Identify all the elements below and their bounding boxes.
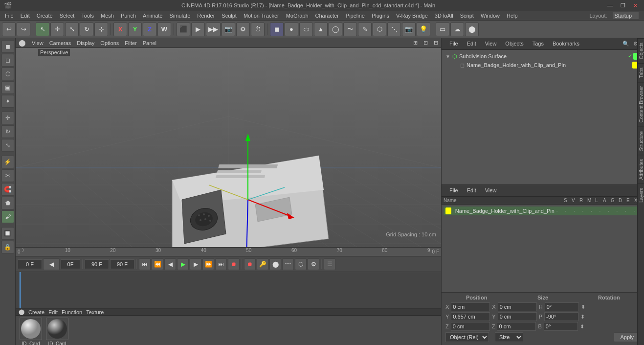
- menu-pipeline[interactable]: Pipeline: [343, 12, 368, 20]
- vp-menu-cameras[interactable]: Cameras: [49, 40, 71, 46]
- preview-end-input[interactable]: [85, 259, 109, 269]
- menu-window[interactable]: Window: [478, 12, 503, 20]
- sky-button[interactable]: ☁: [450, 23, 464, 36]
- sphere-button[interactable]: ●: [285, 23, 298, 36]
- paint-button[interactable]: 🖌: [1, 210, 14, 223]
- side-tab-structure[interactable]: Structure: [638, 127, 644, 155]
- close-button[interactable]: ✕: [631, 2, 640, 9]
- menu-mograph[interactable]: MoGraph: [283, 12, 311, 20]
- scale-left-button[interactable]: ⤡: [1, 139, 14, 152]
- timeline-extra-button[interactable]: ☰: [324, 258, 335, 270]
- render-button[interactable]: ▶▶: [206, 23, 221, 36]
- lock-button[interactable]: 🔒: [1, 241, 14, 253]
- magnet-button[interactable]: 🧲: [1, 183, 14, 196]
- poly-mode-button[interactable]: ▣: [1, 81, 14, 94]
- menu-render[interactable]: Render: [194, 12, 218, 20]
- axis-w-button[interactable]: W: [157, 23, 171, 36]
- vp-menu-panel[interactable]: Panel: [143, 40, 156, 46]
- menu-motion-tracker[interactable]: Motion Tracker: [241, 12, 282, 20]
- end-frame-input[interactable]: [110, 259, 134, 269]
- menu-help[interactable]: Help: [504, 12, 521, 20]
- record-button[interactable]: ⏺: [228, 258, 240, 270]
- material-item-2[interactable]: ID_Card: [46, 318, 68, 345]
- knife-button[interactable]: ✂: [1, 169, 14, 182]
- side-tab-tabs[interactable]: Tabs: [638, 63, 644, 82]
- key-all-button[interactable]: 🔑: [257, 258, 268, 270]
- redo-button[interactable]: ↪: [17, 23, 30, 36]
- scale-tool-button[interactable]: ⤡: [65, 23, 79, 36]
- selection-button[interactable]: ⬟: [1, 197, 14, 209]
- menu-vray[interactable]: V-Ray Bridge: [393, 12, 431, 20]
- prev-frame-button[interactable]: ⏪: [152, 258, 163, 270]
- attr-g[interactable]: ·: [608, 208, 615, 214]
- objects-tab-bookmarks[interactable]: Bookmarks: [549, 40, 583, 48]
- menu-plugins[interactable]: Plugins: [369, 12, 392, 20]
- render-region-button[interactable]: ⬛: [177, 23, 190, 36]
- vp-icon-move[interactable]: ⊞: [413, 40, 418, 46]
- b-rotation-input[interactable]: [544, 322, 578, 331]
- goto-end-button[interactable]: ⏭: [215, 258, 227, 270]
- motion-button[interactable]: 〰: [282, 258, 294, 270]
- vp-icon-zoom[interactable]: ⊡: [423, 40, 428, 46]
- rotate-tool-button[interactable]: ↻: [80, 23, 93, 36]
- y-size-input[interactable]: [498, 312, 537, 321]
- axis-x-button[interactable]: X: [113, 23, 127, 36]
- minimize-button[interactable]: —: [605, 2, 615, 9]
- attr-e[interactable]: ·: [625, 208, 632, 214]
- move-left-button[interactable]: ✛: [1, 112, 14, 124]
- attr-item-badge[interactable]: Name_Badge_Holder_with_Clip_and_Pin · · …: [444, 207, 642, 215]
- object-rel-select[interactable]: Object (Rel) World: [445, 332, 489, 342]
- menu-file[interactable]: File: [2, 12, 17, 20]
- b-spinner[interactable]: ⬍: [580, 323, 584, 330]
- environment-button[interactable]: ⬤: [465, 23, 479, 36]
- vp-menu-view[interactable]: View: [32, 40, 44, 46]
- menu-animate[interactable]: Animate: [140, 12, 165, 20]
- render-view-button[interactable]: ▶: [191, 23, 205, 36]
- timeline-track[interactable]: [16, 272, 441, 308]
- mat-menu-function[interactable]: Function: [62, 309, 82, 315]
- torus-button[interactable]: ◯: [329, 23, 342, 36]
- vp-menu-filter[interactable]: Filter: [125, 40, 136, 46]
- menu-3dtoall[interactable]: 3DToAll: [432, 12, 456, 20]
- snap-button[interactable]: 🔲: [1, 227, 14, 240]
- cone-button[interactable]: ▲: [314, 23, 328, 36]
- attr-d[interactable]: ·: [616, 208, 623, 214]
- tree-check-icon[interactable]: ✓: [628, 53, 632, 60]
- deformer-button[interactable]: ⋱: [387, 23, 401, 36]
- objects-tab-edit[interactable]: Edit: [463, 40, 480, 48]
- layout-select[interactable]: Startup: [612, 12, 639, 20]
- tree-item-subdivision[interactable]: ▼ ⬡ Subdivision Surface ✓: [444, 52, 642, 61]
- polygon-button[interactable]: ⬡: [373, 23, 386, 36]
- auto-key-button[interactable]: ⏺: [244, 258, 256, 270]
- menu-tools[interactable]: Tools: [78, 12, 97, 20]
- menu-simulate[interactable]: Simulate: [166, 12, 193, 20]
- undo-button[interactable]: ↩: [2, 23, 16, 36]
- menu-select[interactable]: Select: [57, 12, 78, 20]
- y-position-input[interactable]: [451, 312, 490, 321]
- attr-a[interactable]: ·: [599, 208, 606, 214]
- apply-button[interactable]: Apply: [614, 332, 640, 342]
- next-frame-button[interactable]: ⏩: [202, 258, 214, 270]
- attr-s[interactable]: ·: [556, 208, 563, 214]
- size-mode-select[interactable]: Size Scale: [495, 332, 523, 342]
- menu-script[interactable]: Script: [457, 12, 477, 20]
- tree-item-badge-holder[interactable]: ◻ Name_Badge_Holder_with_Clip_and_Pin: [444, 61, 642, 69]
- rotate-left-button[interactable]: ↻: [1, 125, 14, 138]
- objects-tab-file[interactable]: File: [445, 40, 462, 48]
- render-to-po-button[interactable]: 📷: [222, 23, 235, 36]
- maximize-button[interactable]: ❐: [618, 2, 628, 9]
- nurbs-button[interactable]: 〜: [343, 23, 357, 36]
- menu-edit[interactable]: Edit: [18, 12, 33, 20]
- side-tab-objects[interactable]: Objects: [638, 38, 644, 63]
- h-rotation-input[interactable]: [545, 302, 579, 311]
- menu-mesh[interactable]: Mesh: [98, 12, 117, 20]
- point-mode-button[interactable]: ◻: [1, 54, 14, 67]
- menu-character[interactable]: Character: [312, 12, 342, 20]
- mat-menu-create[interactable]: Create: [28, 309, 44, 315]
- x-size-input[interactable]: [498, 302, 537, 311]
- z-position-input[interactable]: [451, 322, 490, 331]
- attr-tab-file[interactable]: File: [445, 186, 462, 195]
- uv-mode-button[interactable]: ✦: [1, 95, 14, 108]
- timeline-settings-button[interactable]: ⚙: [308, 258, 319, 270]
- floor-button[interactable]: ▭: [436, 23, 449, 36]
